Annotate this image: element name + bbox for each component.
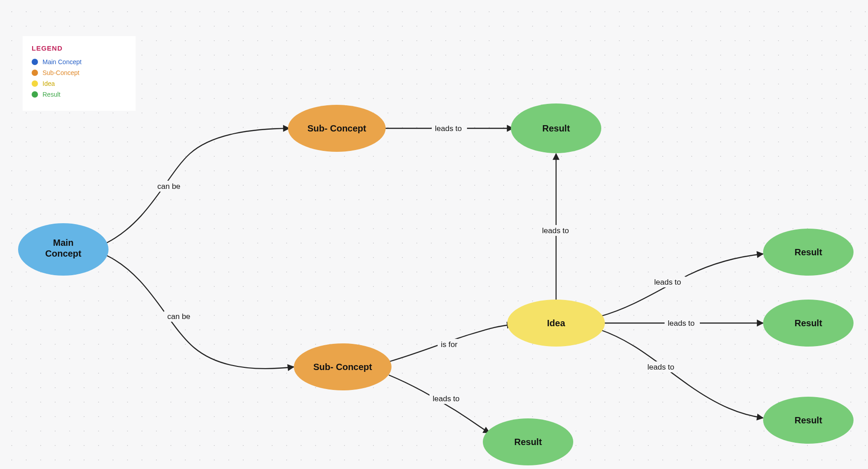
edge-label-sub1-resulttop: leads to <box>435 124 462 133</box>
node-main-label1: Main <box>53 238 74 248</box>
edge-label-sub2-idea: is for <box>441 340 458 349</box>
node-result-r1[interactable]: Result <box>763 229 854 276</box>
edge-label-idea-r1: leads to <box>654 278 681 286</box>
node-result-r1-label: Result <box>794 247 822 257</box>
node-result-top-label: Result <box>542 123 570 133</box>
node-result-r3-label: Result <box>794 415 822 425</box>
node-result-top[interactable]: Result <box>511 103 601 153</box>
node-sub-concept-1[interactable]: Sub- Concept <box>288 105 386 152</box>
edge-main-sub1[interactable] <box>106 128 289 243</box>
node-sub1-label: Sub- Concept <box>307 123 366 133</box>
node-sub-concept-2[interactable]: Sub- Concept <box>294 343 392 390</box>
diagram-svg: can be can be leads to is for leads to l… <box>0 0 868 469</box>
diagram-canvas[interactable]: LEGEND Main Concept Sub-Concept Idea Res… <box>0 0 868 469</box>
node-sub2-label: Sub- Concept <box>313 362 372 372</box>
edge-label-idea-r2: leads to <box>668 319 695 328</box>
node-idea[interactable]: Idea <box>507 300 605 347</box>
node-result-r2-label: Result <box>794 318 822 328</box>
edge-label-idea-resulttop: leads to <box>542 226 569 235</box>
edge-idea-r3[interactable] <box>600 330 763 418</box>
node-idea-label: Idea <box>547 318 566 328</box>
edge-label-idea-r3: leads to <box>647 363 675 371</box>
edge-label-main-sub1: can be <box>157 182 180 191</box>
node-result-r3[interactable]: Result <box>763 397 854 444</box>
node-main-concept[interactable]: Main Concept <box>18 223 108 276</box>
edge-label-main-sub2: can be <box>167 312 190 321</box>
edge-main-sub2[interactable] <box>106 255 294 369</box>
node-result-r2[interactable]: Result <box>763 300 854 347</box>
node-main-label2: Concept <box>45 249 81 258</box>
node-result-mid-label: Result <box>514 437 542 447</box>
edge-label-sub2-resultmid: leads to <box>433 394 460 403</box>
node-result-mid[interactable]: Result <box>483 418 573 465</box>
